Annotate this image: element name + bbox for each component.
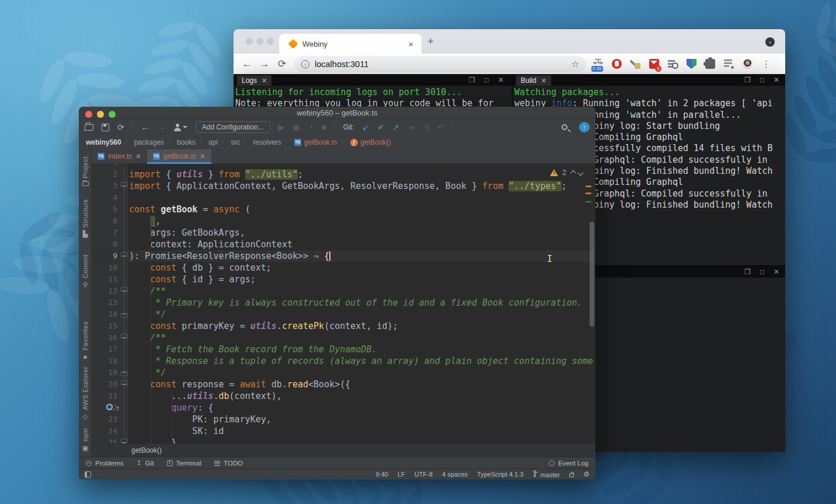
fold-marker[interactable] <box>121 310 128 318</box>
fold-marker[interactable] <box>121 182 128 190</box>
timer-extension-icon[interactable]: 0.35 <box>593 59 603 69</box>
breadcrumb-item-packages[interactable]: packages <box>134 138 164 146</box>
override-marker-icon[interactable] <box>107 404 112 410</box>
seo-tool-icon[interactable] <box>668 59 678 69</box>
git-branch-widget[interactable]: master <box>533 470 560 478</box>
coverage-icon[interactable]: ◔ <box>308 123 313 132</box>
status-item-4[interactable]: TypeScript 4.1.3 <box>477 471 524 478</box>
code-line-25[interactable]: 25 } <box>92 437 595 443</box>
code-editor[interactable]: 12import { utils } from "../utils";3impo… <box>92 164 595 443</box>
browser-tab[interactable]: Webiny × <box>279 34 422 54</box>
status-item-3[interactable]: 4 spaces <box>442 471 468 478</box>
code-line-1[interactable]: 1 <box>92 164 595 169</box>
breadcrumb-item-getbookts[interactable]: TSgetBook.ts <box>294 138 337 146</box>
logs-tab[interactable]: Logs ✕ <box>237 75 271 86</box>
maximize-icon[interactable]: □ <box>760 76 764 84</box>
code-line-22[interactable]: 22 query: {↑ <box>92 402 595 414</box>
debug-icon[interactable]: ◉ <box>293 123 300 132</box>
change-stripe-mark[interactable] <box>586 201 591 202</box>
sidebar-item-aws-explorer[interactable]: AWS Explorer◇ <box>79 366 92 420</box>
float-icon[interactable]: ❐ <box>744 76 751 84</box>
code-line-15[interactable]: 15 const primaryKey = utils.createPk(con… <box>92 320 595 332</box>
fold-marker[interactable] <box>121 439 128 443</box>
editor-tab-getbookts[interactable]: TSgetBook.ts✕ <box>147 149 211 163</box>
inspection-profile-icon[interactable]: ⚙ <box>583 470 590 478</box>
navigate-back-icon[interactable]: ← <box>141 123 149 132</box>
maximize-icon[interactable]: □ <box>760 268 764 276</box>
code-line-11[interactable]: 11 const { id } = args; <box>92 274 595 285</box>
save-icon[interactable] <box>102 124 109 131</box>
sidebar-item-project[interactable]: Project <box>79 156 92 186</box>
history-clock-icon[interactable]: ◷ <box>422 123 429 132</box>
code-line-17[interactable]: 17 * Fetch the Book record from the Dyna… <box>92 344 595 355</box>
toolwindow-button-todo[interactable]: TODO <box>214 460 243 467</box>
fold-marker[interactable] <box>121 287 128 295</box>
code-line-16[interactable]: 16 /** <box>92 332 595 344</box>
bookmark-star-icon[interactable]: ☆ <box>572 59 579 69</box>
tab-close-icon[interactable]: ✕ <box>200 153 205 160</box>
forward-icon[interactable]: → <box>256 58 273 70</box>
address-bar[interactable]: i localhost:3011 ☆ <box>294 56 586 72</box>
build-pane-controls[interactable]: ❐□✕ <box>744 76 779 84</box>
build-tab[interactable]: Build ✕ <box>516 75 551 86</box>
ide-minimize-button[interactable] <box>97 111 104 118</box>
code-line-14[interactable]: 14 */ <box>92 309 595 320</box>
warning-stripe-mark[interactable] <box>586 192 591 194</box>
toolwindow-button-problems[interactable]: Problems <box>86 460 124 467</box>
code-line-8[interactable]: 8 context: ApplicationContext <box>92 239 595 250</box>
git-merge-icon[interactable]: ⇥ <box>407 123 414 132</box>
window-zoom-button[interactable] <box>267 38 274 45</box>
sidebar-item-structure[interactable]: Structure▙ <box>79 199 92 237</box>
tab-search-icon[interactable]: ⌄ <box>765 37 775 47</box>
reload-icon[interactable]: ⟳ <box>273 58 291 70</box>
close-icon[interactable]: ✕ <box>498 76 504 84</box>
code-line-12[interactable]: 12 /** <box>92 285 595 297</box>
fold-marker[interactable] <box>121 369 128 376</box>
breadcrumb-item-resolvers[interactable]: resolvers <box>253 138 281 146</box>
gmail-icon[interactable]: 3 <box>649 59 659 69</box>
ide-titlebar[interactable]: webiny560 – getBook.ts <box>79 107 595 119</box>
code-line-10[interactable]: 10 const { db } = context; <box>92 262 595 274</box>
code-line-19[interactable]: 19 */ <box>92 367 595 379</box>
status-item-2[interactable]: UTF-8 <box>414 471 433 478</box>
code-line-3[interactable]: 3import { ApplicationContext, GetBookArg… <box>92 180 595 192</box>
build-tab-close-icon[interactable]: ✕ <box>541 77 546 85</box>
status-item-1[interactable]: LF <box>398 471 405 478</box>
code-line-18[interactable]: 18 * Response is a tuple of records (alw… <box>92 355 595 367</box>
sidebar-item-commit[interactable]: Commit⚲ <box>79 254 92 288</box>
inspection-widget[interactable]: 2 <box>550 169 583 177</box>
navigate-up-icon[interactable]: ↑ <box>116 402 120 414</box>
code-line-21[interactable]: 21 ...utils.db(context), <box>92 390 595 402</box>
git-push-icon[interactable]: ↗ <box>392 123 399 132</box>
password-shield-icon[interactable] <box>687 59 696 69</box>
new-tab-button[interactable]: + <box>427 37 434 46</box>
logs-pane-controls[interactable]: ❐□✕ <box>469 76 504 84</box>
window-close-button[interactable] <box>246 38 253 45</box>
ide-zoom-button[interactable] <box>109 111 116 118</box>
sync-icon[interactable]: ⟳ <box>117 123 124 132</box>
next-warning-icon[interactable] <box>578 170 584 176</box>
tab-close-icon[interactable]: ✕ <box>135 153 141 160</box>
sidebar-item-npm[interactable]: npm▣ <box>79 428 92 452</box>
editor-scrollbar[interactable] <box>590 222 594 327</box>
fold-marker[interactable] <box>121 380 128 388</box>
adblock-icon[interactable] <box>612 59 622 69</box>
code-line-7[interactable]: 7 args: GetBookArgs, <box>92 227 595 239</box>
back-icon[interactable]: ← <box>238 58 256 70</box>
write-access-lock-icon[interactable] <box>569 474 574 477</box>
colorpicker-icon[interactable] <box>631 59 640 69</box>
context-bar[interactable]: getBook() <box>92 443 595 457</box>
warning-stripe-mark[interactable] <box>586 186 591 187</box>
tool-window-toggle-icon[interactable] <box>85 471 91 478</box>
breadcrumb-item-src[interactable]: src <box>231 138 240 146</box>
code-line-13[interactable]: 13 * Primary key is always constructed o… <box>92 297 595 309</box>
breadcrumb-item-api[interactable]: api <box>208 138 218 146</box>
git-commit-icon[interactable]: ✔ <box>377 123 384 132</box>
add-configuration-button[interactable]: Add Configuration... <box>196 121 270 133</box>
rollback-icon[interactable]: ↶ <box>438 123 445 132</box>
run-configuration-user-icon[interactable] <box>174 123 187 131</box>
close-icon[interactable]: ✕ <box>774 76 779 84</box>
editor-tab-indexts[interactable]: TSindex.ts✕ <box>92 149 147 163</box>
window-minimize-button[interactable] <box>256 38 263 45</box>
ide-close-button[interactable] <box>85 111 92 118</box>
